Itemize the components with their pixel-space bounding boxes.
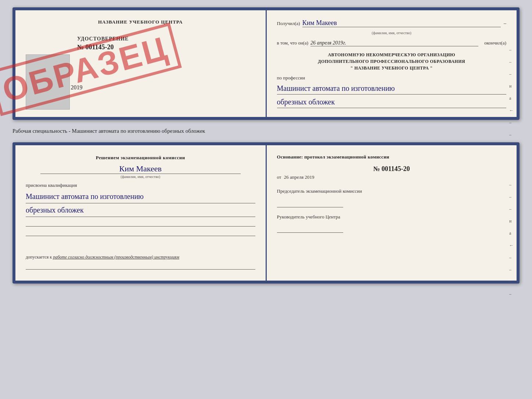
bottom-doc-right: Основание: протокол экзаменационной коми… [267, 145, 517, 281]
poluchil-label: Получил(а) [277, 21, 300, 26]
osnovanie-text: Основание: протокол экзаменационной коми… [277, 154, 507, 160]
ot-date: 26 апреля 2019 [284, 174, 314, 180]
org-text: АВТОНОМНУЮ НЕКОММЕРЧЕСКУЮ ОРГАНИЗАЦИЮ ДО… [277, 51, 507, 71]
prisvoena-text: присвоена квалификация [26, 182, 255, 188]
dopusk-prefix: допускается к [26, 254, 52, 260]
poluchil-value: Ким Макеев [302, 19, 501, 27]
kvalif-value2: обрезных обложек [26, 203, 255, 217]
name-container: Ким Макеев (фамилия, имя, отчество) [33, 164, 248, 179]
udost-number: № 001145-20 [77, 43, 255, 51]
predsedatel-line [277, 196, 343, 207]
dopusk-value: работе согласно должностным (производств… [53, 254, 179, 260]
profession-value1: Машинист автомата по изготовлению [277, 82, 507, 95]
cert-title: НАЗВАНИЕ УЧЕБНОГО ЦЕНТРА [26, 19, 255, 25]
vtom-label: в том, что он(а) [277, 40, 309, 46]
predsedatel-section: Председатель экзаменационной комиссии [277, 188, 507, 207]
udost-label: УДОСТОВЕРЕНИЕ [77, 36, 255, 42]
name-handwrite: Ким Макеев [33, 164, 248, 174]
udostoverenie-block: УДОСТОВЕРЕНИЕ № 001145-20 [77, 36, 255, 51]
fio-subtext-top: (фамилия, имя, отчество) [277, 31, 507, 35]
predsedatel-label: Председатель экзаменационной комиссии [277, 188, 507, 195]
komissia-text: Решением экзаменационной комиссии [26, 154, 255, 162]
profession-label: по профессии [277, 75, 507, 81]
dopuskaetsya-block: допускается к работе согласно должностны… [26, 254, 255, 260]
okonchil-label: окончил(а) [484, 40, 506, 46]
protocol-number: № 001145-20 [277, 165, 507, 173]
specialty-label: Рабочая специальность - Машинист автомат… [12, 126, 520, 136]
top-doc-left: НАЗВАНИЕ УЧЕБНОГО ЦЕНТРА УДОСТОВЕРЕНИЕ №… [15, 10, 267, 117]
name-subtext-bottom: (фамилия, имя, отчество) [40, 174, 241, 179]
poluchil-group: Получил(а) Ким Макеев – (фамилия, имя, о… [277, 19, 507, 35]
kvalif-value1: Машинист автомата по изготовлению [26, 190, 255, 203]
poluchil-row: Получил(а) Ким Макеев – [277, 19, 507, 27]
empty-line-1 [26, 219, 255, 227]
top-doc-right: Получил(а) Ким Макеев – (фамилия, имя, о… [267, 10, 517, 117]
profession-value2: обрезных обложек [277, 96, 507, 108]
side-dashes-bottom: – – – и а ← – – – – [509, 182, 514, 297]
dash-after-name: – [504, 21, 506, 26]
top-document-pair: НАЗВАНИЕ УЧЕБНОГО ЦЕНТРА УДОСТОВЕРЕНИЕ №… [12, 7, 520, 120]
protocol-date: от 26 апреля 2019 [277, 174, 507, 180]
bottom-document-pair: Решением экзаменационной комиссии Ким Ма… [12, 142, 520, 284]
empty-line-3 [26, 262, 255, 270]
rukovoditel-section: Руководитель учебного Центра [277, 213, 507, 233]
photo-area [26, 54, 70, 110]
rukovoditel-label: Руководитель учебного Центра [277, 213, 507, 221]
empty-line-2 [26, 229, 255, 236]
bottom-doc-left: Решением экзаменационной комиссии Ким Ма… [15, 145, 267, 281]
vtom-date: 26 апреля 2019г. [310, 40, 478, 46]
vtom-row: в том, что он(а) 26 апреля 2019г. окончи… [277, 40, 507, 46]
rukovoditel-line [277, 222, 343, 233]
ot-label: от [277, 174, 281, 180]
